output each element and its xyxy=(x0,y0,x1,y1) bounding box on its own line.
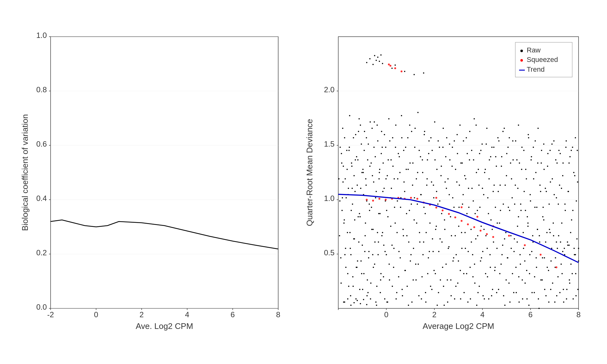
svg-point-692 xyxy=(435,197,437,199)
svg-point-438 xyxy=(448,248,449,249)
svg-point-153 xyxy=(462,162,463,164)
svg-point-332 xyxy=(364,131,365,132)
chart2-wrapper: 0.5 1.0 1.5 2.0 0 2 4 xyxy=(304,24,588,340)
svg-point-71 xyxy=(397,200,398,202)
svg-point-142 xyxy=(453,257,454,258)
svg-point-165 xyxy=(471,150,472,151)
svg-point-29 xyxy=(364,150,365,151)
svg-point-119 xyxy=(435,273,436,274)
svg-point-603 xyxy=(338,178,340,179)
svg-point-48 xyxy=(379,172,380,173)
svg-point-509 xyxy=(504,238,505,240)
svg-point-250 xyxy=(538,308,540,309)
svg-point-172 xyxy=(477,210,478,211)
svg-point-308 xyxy=(345,267,346,268)
svg-point-424 xyxy=(437,305,438,306)
svg-point-139 xyxy=(451,295,452,296)
svg-point-279 xyxy=(561,222,562,224)
svg-point-365 xyxy=(390,226,391,227)
svg-point-216 xyxy=(512,197,513,198)
chart2-ylabel: Quarter-Root Mean Deviance xyxy=(305,119,314,226)
svg-point-356 xyxy=(383,276,384,277)
svg-point-514 xyxy=(508,207,509,208)
svg-point-203 xyxy=(501,156,502,157)
svg-point-273 xyxy=(556,162,558,164)
svg-point-520 xyxy=(512,159,514,161)
svg-point-445 xyxy=(453,207,455,208)
svg-point-658 xyxy=(578,248,579,249)
svg-point-666 xyxy=(366,304,367,305)
svg-point-185 xyxy=(487,276,488,277)
svg-point-557 xyxy=(542,257,543,258)
svg-point-17 xyxy=(354,219,355,221)
svg-point-381 xyxy=(403,235,404,236)
svg-point-348 xyxy=(377,124,378,126)
svg-point-651 xyxy=(537,229,538,230)
svg-point-355 xyxy=(382,191,383,192)
svg-point-432 xyxy=(443,286,444,287)
svg-point-680 xyxy=(448,213,450,215)
svg-point-152 xyxy=(461,232,462,233)
svg-point-522 xyxy=(514,203,515,205)
svg-point-450 xyxy=(457,282,458,284)
svg-point-67 xyxy=(394,178,395,179)
svg-point-167 xyxy=(473,200,474,202)
svg-point-136 xyxy=(448,246,450,247)
svg-point-134 xyxy=(447,279,448,281)
svg-point-173 xyxy=(477,292,479,293)
svg-point-316 xyxy=(351,166,353,167)
svg-point-684 xyxy=(473,226,475,228)
svg-point-564 xyxy=(547,153,549,154)
svg-point-465 xyxy=(469,131,470,132)
svg-point-114 xyxy=(431,181,432,183)
svg-point-422 xyxy=(435,229,436,230)
svg-point-474 xyxy=(476,305,477,306)
svg-point-117 xyxy=(433,197,434,198)
legend-squeezed-label: Squeezed xyxy=(527,56,558,64)
svg-point-478 xyxy=(479,207,481,208)
ytick2-label-05: 0.5 xyxy=(324,248,334,257)
svg-point-132 xyxy=(445,156,446,157)
svg-point-40 xyxy=(372,229,374,230)
svg-point-556 xyxy=(541,150,542,151)
svg-point-634 xyxy=(386,301,388,303)
svg-point-600 xyxy=(576,200,577,202)
svg-point-551 xyxy=(537,162,538,164)
svg-point-7 xyxy=(346,169,348,170)
svg-point-546 xyxy=(533,178,534,179)
svg-point-441 xyxy=(450,279,451,281)
svg-point-457 xyxy=(463,140,464,142)
svg-point-629 xyxy=(378,178,380,179)
svg-point-31 xyxy=(365,178,366,179)
svg-point-431 xyxy=(442,147,444,148)
svg-point-15 xyxy=(353,286,354,287)
svg-point-565 xyxy=(548,301,549,303)
svg-point-146 xyxy=(456,181,457,183)
svg-point-533 xyxy=(523,248,524,249)
svg-point-312 xyxy=(348,286,349,287)
svg-point-343 xyxy=(373,267,374,268)
svg-point-196 xyxy=(496,166,497,167)
svg-point-639 xyxy=(376,60,377,61)
svg-point-55 xyxy=(384,298,385,300)
svg-point-166 xyxy=(472,254,473,255)
svg-point-467 xyxy=(471,241,472,243)
svg-point-246 xyxy=(535,172,536,173)
svg-point-234 xyxy=(526,178,527,179)
svg-point-329 xyxy=(362,245,363,246)
svg-point-590 xyxy=(568,191,569,192)
svg-point-84 xyxy=(407,137,408,138)
svg-point-595 xyxy=(572,147,573,148)
svg-point-336 xyxy=(367,159,368,161)
svg-point-8 xyxy=(347,273,348,274)
svg-point-602 xyxy=(577,289,579,290)
svg-point-626 xyxy=(374,121,375,123)
xtick-label-4: 4 xyxy=(185,310,189,319)
svg-point-242 xyxy=(532,235,533,236)
svg-point-127 xyxy=(441,213,442,214)
svg-point-517 xyxy=(510,235,512,236)
svg-point-511 xyxy=(506,279,507,281)
svg-point-251 xyxy=(539,241,540,243)
svg-point-605 xyxy=(340,147,341,148)
svg-point-68 xyxy=(395,222,396,224)
